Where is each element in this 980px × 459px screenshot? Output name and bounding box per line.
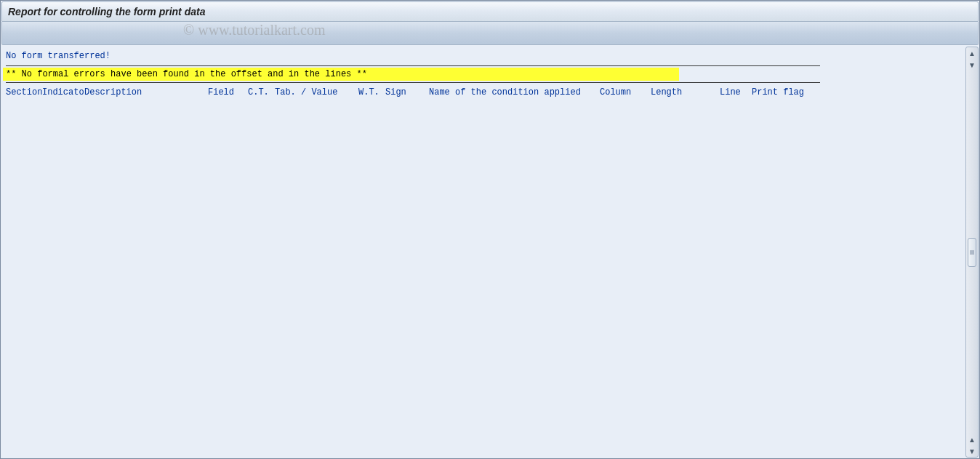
title-bar: Report for controlling the form print da…	[1, 1, 979, 22]
col-field: Field	[208, 87, 248, 97]
divider-bottom	[6, 82, 820, 83]
status-message: No form transferred!	[1, 47, 964, 64]
vertical-scrollbar[interactable]: ▲ ▼ ▲ ▼	[965, 47, 979, 458]
info-message-highlight: ** No formal errors have been found in t…	[3, 68, 679, 81]
scroll-thumb[interactable]	[968, 238, 976, 267]
col-column: Column	[600, 87, 651, 97]
column-headers-row: SectionIndicatoDescriptionFieldC.T.Tab. …	[1, 84, 964, 100]
col-print-flag: Print flag	[752, 87, 804, 97]
divider-top	[6, 65, 820, 66]
col-description: Description	[84, 87, 208, 97]
col-ct: C.T.	[248, 87, 275, 97]
scroll-down-button[interactable]: ▼	[966, 445, 978, 457]
toolbar	[1, 22, 979, 45]
scroll-up-button[interactable]: ▲	[966, 47, 978, 59]
scroll-down-secondary-button[interactable]: ▼	[966, 59, 978, 71]
col-indicato: Indicato	[42, 87, 84, 97]
scroll-grip-icon	[970, 250, 974, 254]
col-condition-name: Name of the condition applied	[429, 87, 600, 97]
scroll-up-secondary-button[interactable]: ▲	[966, 434, 978, 445]
col-section: Section	[6, 87, 42, 97]
col-length: Length	[651, 87, 720, 97]
report-content: No form transferred! ** No formal errors…	[1, 47, 964, 458]
col-line: Line	[720, 87, 752, 97]
col-tab-value: Tab. / Value	[275, 87, 358, 97]
page-title: Report for controlling the form print da…	[8, 6, 205, 17]
col-sign: Sign	[385, 87, 429, 97]
col-wt: W.T.	[358, 87, 385, 97]
